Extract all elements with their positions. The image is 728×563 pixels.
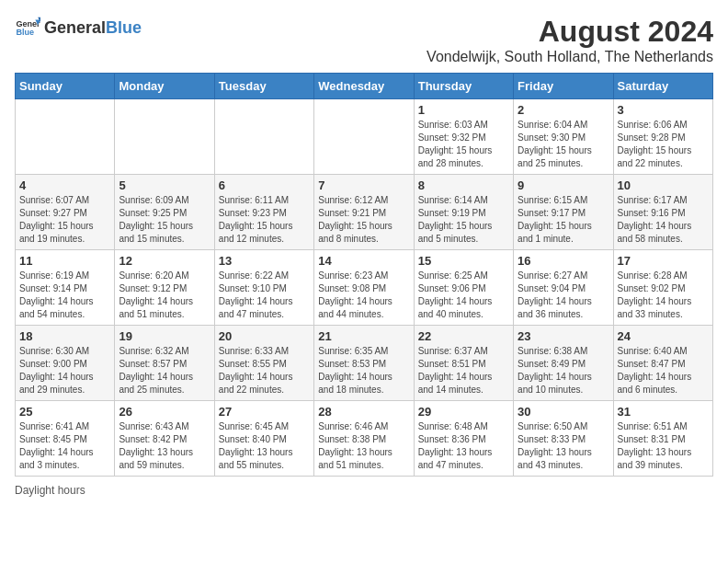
day-info: Sunrise: 6:35 AM Sunset: 8:53 PM Dayligh… [318,345,409,396]
day-number: 27 [219,405,310,419]
calendar-day-header: Thursday [414,74,513,99]
day-info: Sunrise: 6:03 AM Sunset: 9:32 PM Dayligh… [418,119,509,170]
calendar-cell [16,99,115,175]
day-number: 23 [518,329,609,343]
day-info: Sunrise: 6:23 AM Sunset: 9:08 PM Dayligh… [318,270,409,321]
day-number: 12 [119,254,210,268]
day-info: Sunrise: 6:04 AM Sunset: 9:30 PM Dayligh… [518,119,609,170]
calendar-cell: 28Sunrise: 6:46 AM Sunset: 8:38 PM Dayli… [314,401,414,477]
calendar-cell: 3Sunrise: 6:06 AM Sunset: 9:28 PM Daylig… [613,99,712,175]
day-number: 31 [618,405,709,419]
day-info: Sunrise: 6:48 AM Sunset: 8:36 PM Dayligh… [418,420,509,472]
day-info: Sunrise: 6:30 AM Sunset: 9:00 PM Dayligh… [19,345,110,396]
calendar-cell: 18Sunrise: 6:30 AM Sunset: 9:00 PM Dayli… [16,326,115,401]
day-info: Sunrise: 6:32 AM Sunset: 8:57 PM Dayligh… [119,345,210,396]
calendar-cell: 21Sunrise: 6:35 AM Sunset: 8:53 PM Dayli… [314,326,414,401]
calendar-cell: 5Sunrise: 6:09 AM Sunset: 9:25 PM Daylig… [115,175,214,250]
day-info: Sunrise: 6:19 AM Sunset: 9:14 PM Dayligh… [19,270,110,321]
logo-icon: General Blue [15,15,40,40]
calendar-cell: 27Sunrise: 6:45 AM Sunset: 8:40 PM Dayli… [214,401,313,477]
day-number: 18 [19,329,110,343]
day-number: 28 [318,405,409,419]
day-number: 14 [318,254,409,268]
calendar-week-row: 4Sunrise: 6:07 AM Sunset: 9:27 PM Daylig… [16,175,713,250]
page-header: General Blue GeneralBlue August 2024 Von… [15,15,713,65]
day-number: 11 [19,254,110,268]
calendar-table: SundayMondayTuesdayWednesdayThursdayFrid… [15,73,713,477]
day-info: Sunrise: 6:07 AM Sunset: 9:27 PM Dayligh… [19,194,110,246]
calendar-cell: 8Sunrise: 6:14 AM Sunset: 9:19 PM Daylig… [414,175,513,250]
day-info: Sunrise: 6:15 AM Sunset: 9:17 PM Dayligh… [518,194,609,246]
day-info: Sunrise: 6:12 AM Sunset: 9:21 PM Dayligh… [318,194,409,246]
calendar-cell: 7Sunrise: 6:12 AM Sunset: 9:21 PM Daylig… [314,175,414,250]
day-number: 6 [219,178,310,192]
calendar-day-header: Sunday [16,74,115,99]
day-info: Sunrise: 6:45 AM Sunset: 8:40 PM Dayligh… [219,420,310,472]
day-info: Sunrise: 6:33 AM Sunset: 8:55 PM Dayligh… [219,345,310,396]
day-number: 19 [119,329,210,343]
day-number: 22 [418,329,509,343]
calendar-cell [214,99,313,175]
calendar-cell: 25Sunrise: 6:41 AM Sunset: 8:45 PM Dayli… [16,401,115,477]
day-info: Sunrise: 6:37 AM Sunset: 8:51 PM Dayligh… [418,345,509,396]
calendar-day-header: Saturday [613,74,712,99]
day-info: Sunrise: 6:25 AM Sunset: 9:06 PM Dayligh… [418,270,509,321]
day-number: 13 [219,254,310,268]
day-number: 24 [618,329,709,343]
day-number: 9 [518,178,609,192]
day-number: 26 [119,405,210,419]
calendar-day-header: Monday [115,74,214,99]
day-number: 15 [418,254,509,268]
calendar-cell: 24Sunrise: 6:40 AM Sunset: 8:47 PM Dayli… [613,326,712,401]
day-info: Sunrise: 6:11 AM Sunset: 9:23 PM Dayligh… [219,194,310,246]
calendar-header-row: SundayMondayTuesdayWednesdayThursdayFrid… [16,74,713,99]
calendar-cell: 30Sunrise: 6:50 AM Sunset: 8:33 PM Dayli… [514,401,613,477]
calendar-cell: 14Sunrise: 6:23 AM Sunset: 9:08 PM Dayli… [314,250,414,326]
day-number: 7 [318,178,409,192]
calendar-cell: 23Sunrise: 6:38 AM Sunset: 8:49 PM Dayli… [514,326,613,401]
day-info: Sunrise: 6:17 AM Sunset: 9:16 PM Dayligh… [618,194,709,246]
calendar-cell: 2Sunrise: 6:04 AM Sunset: 9:30 PM Daylig… [514,99,613,175]
calendar-cell: 11Sunrise: 6:19 AM Sunset: 9:14 PM Dayli… [16,250,115,326]
calendar-week-row: 11Sunrise: 6:19 AM Sunset: 9:14 PM Dayli… [16,250,713,326]
day-info: Sunrise: 6:22 AM Sunset: 9:10 PM Dayligh… [219,270,310,321]
calendar-cell: 15Sunrise: 6:25 AM Sunset: 9:06 PM Dayli… [414,250,513,326]
day-number: 21 [318,329,409,343]
calendar-cell: 6Sunrise: 6:11 AM Sunset: 9:23 PM Daylig… [214,175,313,250]
day-info: Sunrise: 6:27 AM Sunset: 9:04 PM Dayligh… [518,270,609,321]
day-number: 25 [19,405,110,419]
logo: General Blue GeneralBlue [15,15,142,40]
calendar-cell: 17Sunrise: 6:28 AM Sunset: 9:02 PM Dayli… [613,250,712,326]
logo-text-general: General [44,18,106,38]
calendar-cell: 29Sunrise: 6:48 AM Sunset: 8:36 PM Dayli… [414,401,513,477]
day-info: Sunrise: 6:41 AM Sunset: 8:45 PM Dayligh… [19,420,110,472]
day-number: 10 [618,178,709,192]
footer-note: Daylight hours [15,484,713,497]
day-info: Sunrise: 6:43 AM Sunset: 8:42 PM Dayligh… [119,420,210,472]
day-number: 20 [219,329,310,343]
logo-text-blue: Blue [106,18,142,38]
day-info: Sunrise: 6:09 AM Sunset: 9:25 PM Dayligh… [119,194,210,246]
main-title: August 2024 [427,15,713,49]
day-info: Sunrise: 6:20 AM Sunset: 9:12 PM Dayligh… [119,270,210,321]
day-number: 1 [418,103,509,117]
calendar-week-row: 18Sunrise: 6:30 AM Sunset: 9:00 PM Dayli… [16,326,713,401]
calendar-day-header: Friday [514,74,613,99]
day-info: Sunrise: 6:28 AM Sunset: 9:02 PM Dayligh… [618,270,709,321]
calendar-cell: 1Sunrise: 6:03 AM Sunset: 9:32 PM Daylig… [414,99,513,175]
day-number: 30 [518,405,609,419]
day-number: 16 [518,254,609,268]
calendar-cell: 19Sunrise: 6:32 AM Sunset: 8:57 PM Dayli… [115,326,214,401]
calendar-cell [115,99,214,175]
calendar-cell [314,99,414,175]
calendar-cell: 16Sunrise: 6:27 AM Sunset: 9:04 PM Dayli… [514,250,613,326]
day-info: Sunrise: 6:50 AM Sunset: 8:33 PM Dayligh… [518,420,609,472]
day-number: 5 [119,178,210,192]
calendar-cell: 10Sunrise: 6:17 AM Sunset: 9:16 PM Dayli… [613,175,712,250]
day-number: 8 [418,178,509,192]
location-subtitle: Vondelwijk, South Holland, The Netherlan… [427,49,713,65]
day-number: 29 [418,405,509,419]
day-number: 4 [19,178,110,192]
calendar-cell: 13Sunrise: 6:22 AM Sunset: 9:10 PM Dayli… [214,250,313,326]
calendar-cell: 22Sunrise: 6:37 AM Sunset: 8:51 PM Dayli… [414,326,513,401]
